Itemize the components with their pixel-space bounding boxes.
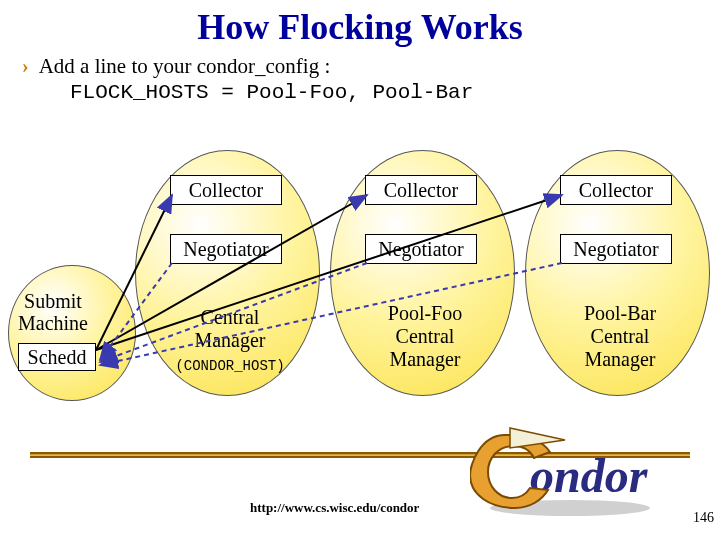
collector-text-3: Collector xyxy=(579,179,653,202)
schedd-text: Schedd xyxy=(28,346,87,369)
bullet-line: › Add a line to your condor_config : xyxy=(22,54,720,79)
negotiator-text-3: Negotiator xyxy=(573,238,659,261)
slide: How Flocking Works › Add a line to your … xyxy=(0,0,720,540)
central-text: Central Manager xyxy=(194,306,265,351)
bar-label: Pool-Bar Central Manager xyxy=(540,302,700,371)
condor-host: (CONDOR_HOST) xyxy=(175,358,284,374)
page-number: 146 xyxy=(693,510,714,526)
negotiator-card-1: Negotiator xyxy=(170,234,282,264)
logo-tail-text: ondor xyxy=(530,449,649,502)
negotiator-text: Negotiator xyxy=(183,238,269,261)
collector-text-2: Collector xyxy=(384,179,458,202)
condor-logo: ondor xyxy=(470,420,680,524)
chevron-icon: › xyxy=(22,55,29,78)
code-line: FLOCK_HOSTS = Pool-Foo, Pool-Bar xyxy=(70,81,720,104)
slide-title: How Flocking Works xyxy=(0,0,720,48)
footer-url: http://www.cs.wisc.edu/condor xyxy=(250,500,419,516)
central-label: Central Manager (CONDOR_HOST) xyxy=(150,306,310,375)
foo-label: Pool-Foo Central Manager xyxy=(345,302,505,371)
negotiator-text-2: Negotiator xyxy=(378,238,464,261)
bullet-text: Add a line to your condor_config : xyxy=(39,54,331,79)
collector-text: Collector xyxy=(189,179,263,202)
collector-card-1: Collector xyxy=(170,175,282,205)
collector-card-2: Collector xyxy=(365,175,477,205)
collector-card-3: Collector xyxy=(560,175,672,205)
negotiator-card-3: Negotiator xyxy=(560,234,672,264)
submit-label: Submit Machine xyxy=(18,290,88,334)
negotiator-card-2: Negotiator xyxy=(365,234,477,264)
schedd-card: Schedd xyxy=(18,343,96,371)
diagram: Collector Negotiator Central Manager (CO… xyxy=(0,150,720,450)
